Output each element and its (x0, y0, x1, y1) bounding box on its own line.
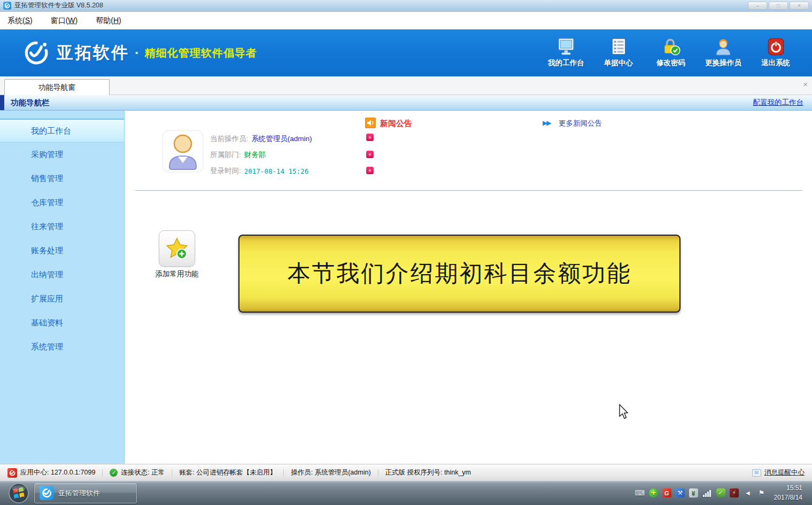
operator-status: 操作员: 系统管理员(admin) (291, 468, 370, 477)
sidebar-item-extensions[interactable]: 扩展应用 (0, 287, 124, 311)
double-arrow-icon: ▶▶ (543, 119, 550, 127)
brand-block: 亚拓软件 · 精细化管理软件倡导者 (0, 40, 257, 66)
toolbar-change-password-button[interactable]: 修改密码 (648, 38, 693, 68)
close-button[interactable]: × (790, 2, 809, 10)
speaker-icon[interactable]: ◄ (743, 488, 753, 498)
news-item-bullet-icon: ✳ (366, 151, 374, 158)
more-news-link[interactable]: 更多新闻公告 (559, 119, 602, 128)
sidebar-item-system[interactable]: 系统管理 (0, 335, 124, 359)
taskbar: 亚拓管理软件 ⌨ ✚ G ⚒ ¥ ✓ ⚡ ◄ ⚑ 15:51 2017/8/14 (0, 481, 812, 505)
navigator-bar: 功能导航栏 配置我的工作台 (0, 95, 812, 111)
sidebar-item-sales[interactable]: 销售管理 (0, 167, 124, 191)
mail-icon: ✉ (752, 469, 761, 477)
start-button[interactable] (9, 483, 29, 503)
menu-system[interactable]: 系统(S) (7, 16, 33, 26)
add-favorite-button[interactable] (159, 230, 195, 267)
sidebar-item-warehouse[interactable]: 仓库管理 (0, 191, 124, 215)
status-bar: 应用中心: 127.0.0.1:7099 ✓ 连接状态: 正常 账套: 公司进销… (0, 464, 812, 481)
news-title: 新闻公告 (380, 119, 412, 129)
yatuo-app-icon (40, 486, 54, 500)
sidebar-item-purchase[interactable]: 采购管理 (0, 143, 124, 167)
login-time-label: 登录时间: (210, 166, 241, 176)
sidebar: 我的工作台 采购管理 销售管理 仓库管理 往来管理 账务处理 出纳管理 扩展应用… (0, 111, 125, 464)
workspace-content: 当前操作员:系统管理员(admin) 所属部门:财务部 登录时间:2017-08… (125, 111, 812, 464)
money-tray-icon[interactable]: ¥ (689, 488, 698, 498)
statusbar-separator (283, 469, 284, 477)
minimize-button[interactable]: – (748, 2, 767, 10)
toolbar-document-center-button[interactable]: 单据中心 (596, 38, 641, 68)
toolbar-switch-operator-button[interactable]: 更换操作员 (701, 38, 746, 68)
system-tray: ⌨ ✚ G ⚒ ¥ ✓ ⚡ ◄ ⚑ (635, 488, 767, 498)
tab-function-navigator[interactable]: 功能导航窗 (4, 79, 110, 95)
tab-strip: 功能导航窗 × (0, 76, 812, 95)
tools-tray-icon[interactable]: ⚒ (676, 488, 685, 498)
brand-slogan: 精细化管理软件倡导者 (145, 46, 257, 60)
flag-icon[interactable]: ⚑ (757, 488, 767, 498)
operator-info: 当前操作员:系统管理员(admin) 所属部门:财务部 登录时间:2017-08… (210, 131, 312, 179)
taskbar-clock[interactable]: 15:51 2017/8/14 (774, 484, 802, 502)
operator-person-icon (713, 38, 734, 56)
sidebar-item-my-workspace[interactable]: 我的工作台 (0, 119, 124, 143)
toolbar-my-workspace-button[interactable]: 我的工作台 (544, 38, 589, 68)
operator-value: 系统管理员(admin) (251, 134, 312, 144)
menu-bar: 系统(S) 窗口(W) 帮助(H) (0, 12, 812, 29)
application-window: 亚拓管理软件专业版 V8.5.208 – □ × 系统(S) 窗口(W) 帮助(… (0, 0, 812, 505)
sidebar-item-cashier[interactable]: 出纳管理 (0, 263, 124, 287)
lock-check-icon (660, 38, 682, 56)
navigator-accent (0, 95, 4, 110)
user-avatar (162, 130, 204, 173)
window-title: 亚拓管理软件专业版 V8.5.208 (14, 1, 103, 10)
brand-logo-icon (24, 40, 49, 66)
app-logo-icon (3, 2, 11, 10)
brand-separator: · (135, 45, 140, 61)
sidebar-item-contacts[interactable]: 往来管理 (0, 215, 124, 239)
news-item-bullet-icon: ✳ (366, 134, 374, 141)
header-toolbar: 我的工作台 单据中心 修改密码 (544, 38, 812, 68)
app-header: 亚拓软件 · 精细化管理软件倡导者 我的工作台 (0, 29, 812, 76)
power-plug-icon[interactable]: ⚡ (730, 488, 739, 498)
sidebar-item-base-data[interactable]: 基础资料 (0, 311, 124, 335)
account-set-status: 账套: 公司进销存帐套【未启用】 (179, 468, 276, 477)
document-list-icon (608, 38, 629, 56)
configure-workspace-link[interactable]: 配置我的工作台 (753, 98, 804, 107)
connection-status: 连接状态: 正常 (121, 468, 165, 477)
brand-name: 亚拓软件 (57, 42, 129, 64)
menu-window[interactable]: 窗口(W) (51, 16, 78, 26)
power-icon (765, 38, 786, 56)
navigator-title: 功能导航栏 (11, 98, 50, 108)
monitor-icon (555, 38, 577, 56)
department-label: 所属部门: (210, 150, 241, 160)
statusbar-separator (172, 469, 172, 477)
announcement-icon (365, 118, 376, 128)
sidebar-item-accounting[interactable]: 账务处理 (0, 239, 124, 263)
network-signal-icon[interactable] (702, 488, 712, 498)
message-center-link[interactable]: 消息提醒中心 (764, 468, 805, 477)
statusbar-separator (102, 469, 103, 477)
tutorial-banner: 本节我们介绍期初科目余额功能 (238, 235, 680, 313)
news-item-bullet-icon: ✳ (366, 167, 374, 174)
content-divider (135, 190, 802, 191)
license-status: 正式版 授权序列号: think_ym (385, 468, 471, 477)
yatuo-tray-icon[interactable]: G (662, 488, 671, 498)
tutorial-banner-text: 本节我们介绍期初科目余额功能 (288, 258, 632, 289)
operator-label: 当前操作员: (210, 134, 248, 144)
toolbar-exit-system-button[interactable]: 退出系统 (753, 38, 798, 68)
login-time-value: 2017-08-14 15:26 (244, 167, 308, 175)
department-value: 财务部 (244, 150, 266, 160)
taskbar-app-label: 亚拓管理软件 (58, 488, 100, 498)
antivirus-tray-icon[interactable]: ✚ (649, 488, 658, 498)
title-bar: 亚拓管理软件专业版 V8.5.208 – □ × (0, 0, 812, 12)
connection-ok-icon: ✓ (110, 469, 118, 477)
clock-time: 15:51 (774, 484, 802, 493)
taskbar-app-button[interactable]: 亚拓管理软件 (34, 483, 137, 503)
star-plus-icon (164, 236, 190, 261)
tab-close-icon[interactable]: × (803, 80, 808, 89)
security-shield-icon[interactable]: ✓ (716, 488, 725, 498)
keyboard-tray-icon[interactable]: ⌨ (635, 488, 645, 498)
maximize-button[interactable]: □ (769, 2, 788, 10)
clock-date: 2017/8/14 (774, 493, 802, 502)
menu-help[interactable]: 帮助(H) (96, 16, 121, 26)
statusbar-separator (378, 469, 378, 477)
app-center-status: 应用中心: 127.0.0.1:7099 (20, 468, 95, 477)
app-center-icon (7, 468, 17, 478)
